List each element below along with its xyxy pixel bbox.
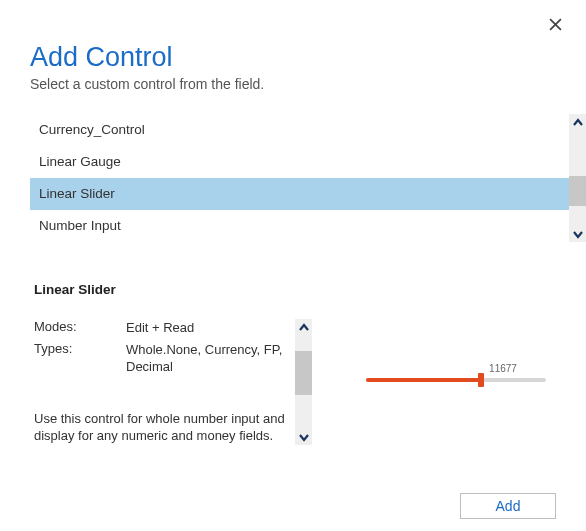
dialog-title: Add Control (30, 42, 556, 73)
scrollbar-thumb[interactable] (295, 351, 312, 395)
close-icon[interactable] (549, 14, 562, 34)
slider-value: 11677 (450, 363, 556, 374)
chevron-up-icon[interactable] (569, 114, 586, 131)
control-item-currency[interactable]: Currency_Control (36, 114, 556, 146)
control-item-number-input[interactable]: Number Input (36, 210, 556, 242)
chevron-up-icon[interactable] (295, 319, 312, 336)
chevron-down-icon[interactable] (295, 428, 312, 445)
control-item-linear-gauge[interactable]: Linear Gauge (36, 146, 556, 178)
chevron-down-icon[interactable] (569, 225, 586, 242)
modes-label: Modes: (34, 319, 126, 337)
control-details: Linear Slider Modes: Edit + Read Types: … (34, 282, 556, 445)
details-title: Linear Slider (34, 282, 556, 297)
slider-track[interactable] (366, 378, 546, 382)
control-list: Currency_Control Linear Gauge Linear Sli… (30, 114, 556, 242)
types-label: Types: (34, 341, 126, 376)
dialog-subtitle: Select a custom control from the field. (30, 76, 556, 92)
list-scrollbar[interactable] (569, 114, 586, 242)
slider-fill (366, 378, 481, 382)
modes-value: Edit + Read (126, 319, 294, 337)
scrollbar-thumb[interactable] (569, 176, 586, 206)
slider-preview: 11677 (294, 319, 556, 445)
types-value: Whole.None, Currency, FP, Decimal (126, 341, 294, 376)
control-description: Use this control for whole number input … (34, 410, 294, 445)
slider-handle[interactable] (478, 373, 484, 387)
control-item-linear-slider[interactable]: Linear Slider (30, 178, 586, 210)
details-scrollbar[interactable] (295, 319, 312, 445)
add-button[interactable]: Add (460, 493, 556, 519)
